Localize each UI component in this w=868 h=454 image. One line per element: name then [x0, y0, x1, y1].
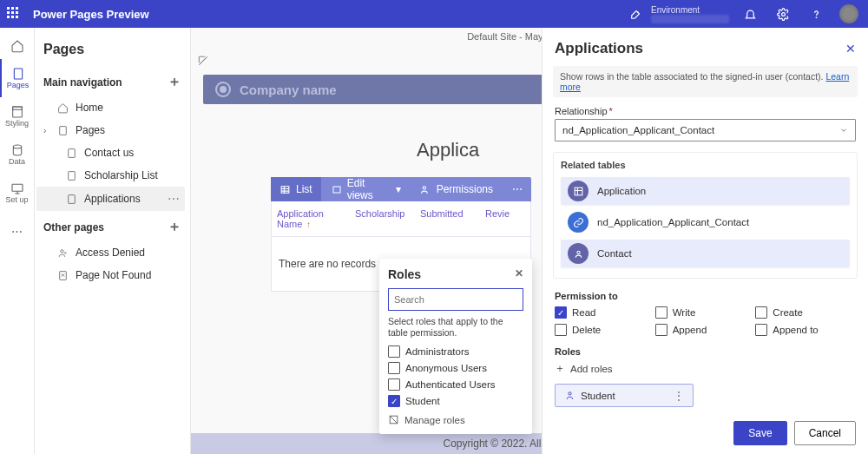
role-administrators[interactable]: Administrators: [388, 345, 523, 358]
info-strip-text: Show rows in the table associated to the…: [560, 71, 824, 82]
nav-applications[interactable]: Applications ⋯: [36, 187, 185, 211]
perm-append[interactable]: Append: [655, 324, 756, 336]
col-scholarship[interactable]: Scholarship: [350, 201, 415, 236]
role-anonymous-users[interactable]: Anonymous Users: [388, 362, 523, 374]
svg-rect-9: [69, 171, 76, 180]
rail-styling-label: Styling: [5, 119, 29, 128]
nav-contact-us[interactable]: Contact us: [36, 141, 185, 164]
left-rail: Pages Styling Data Set up ⋯: [0, 28, 35, 454]
top-bar: Power Pages Preview Environment: [0, 0, 868, 28]
svg-point-11: [61, 249, 63, 252]
related-link[interactable]: nd_Application_Applicant_Contact: [561, 208, 850, 236]
svg-point-18: [576, 251, 579, 253]
help-icon[interactable]: [804, 2, 828, 26]
main-navigation-header: Main navigation ＋: [36, 66, 185, 96]
related-contact[interactable]: Contact: [561, 240, 850, 267]
related-tables-block: Related tables Application nd_Applicatio…: [553, 152, 858, 279]
environment-block[interactable]: Environment: [651, 5, 729, 23]
chevron-down-icon: ▾: [396, 183, 401, 195]
perm-delete[interactable]: Delete: [555, 324, 655, 336]
role-student[interactable]: ✓Student: [388, 395, 523, 407]
chevron-right-icon: ›: [43, 126, 46, 135]
nav-applications-more-icon[interactable]: ⋯: [168, 192, 180, 206]
svg-rect-10: [69, 194, 76, 203]
roles-popover-title: Roles: [388, 267, 421, 281]
col-submitted[interactable]: Submitted: [415, 201, 480, 236]
notifications-icon[interactable]: [738, 2, 762, 26]
role-chip-more-icon[interactable]: ⋮: [674, 390, 684, 402]
arrow-nw-icon[interactable]: [196, 54, 210, 68]
col-review[interactable]: Revie: [480, 201, 528, 236]
rail-more[interactable]: ⋯: [0, 212, 35, 250]
rail-data-label: Data: [9, 157, 25, 166]
other-pages-label: Other pages: [43, 221, 104, 234]
close-roles-popover-icon[interactable]: ✕: [515, 267, 523, 281]
role-authenticated-users[interactable]: Authenticated Users: [388, 378, 523, 391]
chevron-down-icon: [839, 126, 848, 135]
cancel-button[interactable]: Cancel: [794, 421, 856, 445]
nav-page-not-found[interactable]: Page Not Found: [36, 264, 185, 286]
svg-rect-3: [12, 107, 22, 117]
svg-point-19: [569, 392, 571, 395]
relationship-value: nd_Application_Applicant_Contact: [562, 125, 714, 135]
environment-label: Environment: [651, 5, 729, 15]
roles-search-input[interactable]: [388, 288, 523, 311]
sort-asc-icon: ↑: [304, 220, 311, 229]
settings-icon[interactable]: [771, 2, 795, 26]
waffle-icon[interactable]: [7, 7, 21, 21]
related-tables-label: Related tables: [561, 160, 850, 170]
company-logo-icon: [215, 82, 231, 97]
plus-icon: ＋: [555, 362, 565, 375]
permissions-button[interactable]: Permissions: [411, 177, 502, 201]
related-application[interactable]: Application: [561, 177, 850, 205]
user-avatar[interactable]: [837, 2, 861, 26]
svg-point-1: [816, 16, 817, 17]
app-title: Power Pages Preview: [33, 8, 149, 21]
manage-roles-link[interactable]: Manage roles: [388, 414, 523, 425]
nav-contact-us-label: Contact us: [84, 147, 134, 159]
close-config-panel-icon[interactable]: ✕: [845, 42, 856, 56]
relationship-label: Relationship*: [555, 106, 856, 116]
save-button[interactable]: Save: [733, 421, 786, 445]
role-chip-student[interactable]: Student ⋮: [555, 384, 694, 407]
related-contact-label: Contact: [597, 248, 632, 259]
rail-pages[interactable]: Pages: [0, 59, 35, 97]
rail-data[interactable]: Data: [0, 135, 35, 174]
rail-styling[interactable]: Styling: [0, 97, 35, 135]
toolbar-more-button[interactable]: ⋯: [503, 177, 531, 201]
table-icon: [568, 181, 589, 201]
svg-rect-14: [333, 186, 340, 192]
related-link-label: nd_Application_Applicant_Contact: [597, 217, 749, 227]
edit-views-label: Edit views: [347, 177, 391, 201]
rail-home[interactable]: [0, 33, 35, 59]
list-tab-label: List: [296, 183, 312, 195]
perm-write[interactable]: Write: [655, 306, 756, 319]
grid-header: Application Name ↑ Scholarship Submitted…: [271, 201, 531, 237]
add-other-page-icon[interactable]: ＋: [168, 218, 181, 236]
nav-applications-label: Applications: [84, 193, 141, 205]
rail-setup[interactable]: Set up: [0, 174, 35, 212]
role-chip-label: Student: [581, 391, 615, 401]
perm-read[interactable]: ✓Read: [555, 306, 655, 319]
rail-pages-label: Pages: [7, 81, 30, 89]
nav-home[interactable]: Home: [36, 96, 185, 119]
rail-setup-label: Set up: [5, 195, 28, 204]
edit-views-button[interactable]: Edit views ▾: [323, 177, 410, 201]
nav-pages[interactable]: › Pages: [36, 119, 185, 141]
nav-scholarship-list-label: Scholarship List: [84, 169, 158, 181]
person-icon: [564, 390, 575, 401]
permission-grid: ✓Read Write Create Delete Append Append …: [542, 303, 868, 338]
nav-scholarship-list[interactable]: Scholarship List: [36, 164, 185, 187]
nav-access-denied[interactable]: Access Denied: [36, 241, 185, 264]
info-strip: Show rows in the table associated to the…: [553, 66, 858, 97]
environment-icon[interactable]: [630, 8, 642, 20]
add-roles-button[interactable]: ＋ Add roles: [542, 359, 868, 378]
perm-create[interactable]: Create: [755, 306, 856, 319]
list-tab[interactable]: List: [271, 177, 321, 201]
relationship-select[interactable]: nd_Application_Applicant_Contact: [555, 119, 856, 141]
perm-append-to[interactable]: Append to: [755, 324, 856, 336]
col-application-name[interactable]: Application Name ↑: [272, 201, 350, 236]
svg-rect-7: [60, 126, 67, 135]
permissions-label: Permissions: [437, 183, 493, 195]
add-main-nav-icon[interactable]: ＋: [168, 73, 181, 91]
